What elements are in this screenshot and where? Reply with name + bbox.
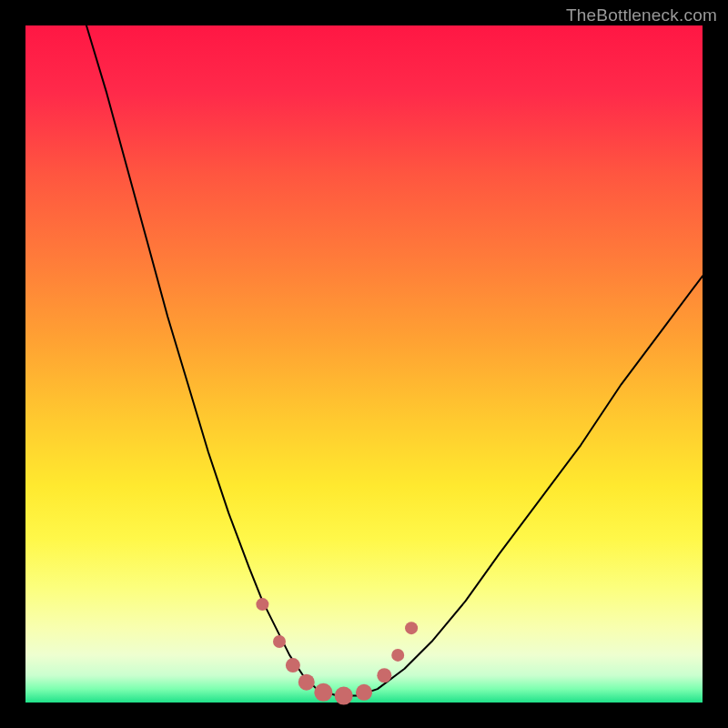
data-marker-5 xyxy=(335,687,353,705)
chart-line-layer xyxy=(86,25,703,696)
data-marker-3 xyxy=(298,674,315,691)
data-marker-8 xyxy=(391,649,404,662)
chart-frame: TheBottleneck.com xyxy=(0,0,728,728)
chart-marker-layer xyxy=(256,598,418,704)
data-marker-4 xyxy=(314,683,332,702)
data-marker-1 xyxy=(273,635,286,648)
data-marker-9 xyxy=(405,622,418,634)
chart-svg xyxy=(25,25,703,703)
data-marker-2 xyxy=(286,658,300,672)
data-marker-6 xyxy=(356,684,372,701)
curve-bottleneck-curve xyxy=(86,25,703,696)
chart-plot-area xyxy=(25,25,703,703)
watermark-text: TheBottleneck.com xyxy=(566,5,717,25)
data-marker-7 xyxy=(377,668,391,682)
data-marker-0 xyxy=(256,598,268,611)
